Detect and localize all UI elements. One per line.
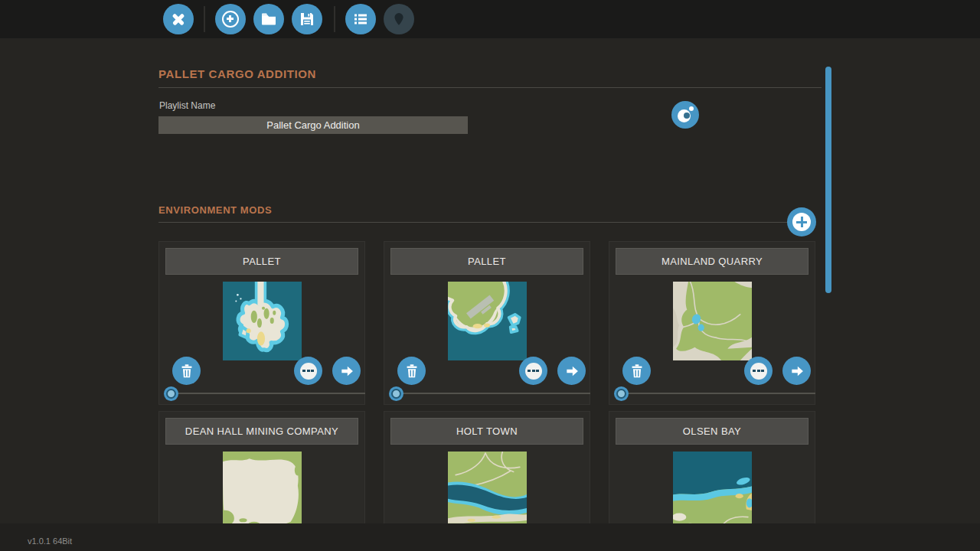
open-folder-icon bbox=[260, 10, 278, 28]
toolbar-separator bbox=[204, 6, 205, 32]
mod-name-header: HOLT TOWN bbox=[390, 418, 583, 445]
plus-icon bbox=[792, 213, 811, 231]
trash-icon bbox=[178, 363, 195, 380]
playlist-name-input[interactable] bbox=[158, 116, 468, 134]
top-toolbar bbox=[0, 0, 980, 38]
list-icon bbox=[351, 10, 370, 28]
ellipsis-circle-icon bbox=[525, 363, 542, 380]
mod-map-thumbnail bbox=[223, 282, 302, 360]
mod-card: PALLET bbox=[384, 241, 590, 405]
open-button[interactable] bbox=[253, 4, 284, 34]
move-mod-button[interactable] bbox=[332, 357, 361, 385]
new-playlist-button[interactable] bbox=[215, 4, 246, 34]
mod-options-button[interactable] bbox=[294, 357, 322, 385]
save-button[interactable] bbox=[292, 4, 322, 34]
location-pin-icon bbox=[390, 10, 408, 28]
playlist-name-label: Playlist Name bbox=[159, 100, 215, 111]
app-window: { "app": { "version_label": "v1.0.1 64Bi… bbox=[0, 0, 980, 551]
mod-map-thumbnail bbox=[673, 282, 752, 360]
close-button[interactable] bbox=[163, 4, 194, 34]
trash-icon bbox=[629, 363, 645, 380]
bomb-icon bbox=[671, 101, 699, 129]
version-label: v1.0.1 64Bit bbox=[28, 536, 72, 546]
mod-options-button[interactable] bbox=[744, 357, 773, 385]
mod-map-thumbnail bbox=[673, 452, 752, 523]
delete-mod-button[interactable] bbox=[172, 357, 201, 385]
mod-card: PALLET bbox=[158, 241, 365, 405]
mod-name-header: MAINLAND QUARRY bbox=[616, 248, 808, 275]
mod-card: DEAN HALL MINING COMPANY bbox=[158, 411, 365, 523]
locations-button[interactable] bbox=[384, 4, 414, 34]
move-mod-button[interactable] bbox=[782, 357, 811, 385]
delete-mod-button[interactable] bbox=[622, 357, 651, 385]
mod-slider-knob[interactable] bbox=[389, 386, 403, 401]
mod-card: OLSEN BAY bbox=[609, 411, 815, 523]
mod-name-header: PALLET bbox=[165, 248, 358, 275]
trash-icon bbox=[403, 363, 420, 380]
mod-name-header: PALLET bbox=[390, 248, 583, 275]
mod-map-thumbnail bbox=[448, 452, 527, 523]
mod-name-header: OLSEN BAY bbox=[616, 418, 808, 445]
section-title: ENVIRONMENT MODS bbox=[158, 204, 272, 216]
mod-map-thumbnail bbox=[448, 282, 527, 360]
mod-slider-track[interactable] bbox=[396, 393, 590, 394]
arrow-right-icon bbox=[339, 364, 354, 379]
save-icon bbox=[298, 10, 316, 28]
add-environment-mod-button[interactable] bbox=[787, 207, 816, 236]
mod-slider-track[interactable] bbox=[171, 393, 365, 394]
ellipsis-circle-icon bbox=[300, 363, 317, 380]
mod-slider-track[interactable] bbox=[621, 393, 815, 394]
section-divider bbox=[158, 222, 788, 223]
mod-map-thumbnail bbox=[223, 452, 302, 523]
main-content: PALLET CARGO ADDITION Playlist Name ENVI… bbox=[0, 38, 980, 523]
vertical-scrollbar[interactable] bbox=[825, 67, 831, 293]
delete-mod-button[interactable] bbox=[397, 357, 426, 385]
randomize-button[interactable] bbox=[671, 101, 699, 129]
close-icon bbox=[170, 11, 187, 28]
mod-options-button[interactable] bbox=[519, 357, 547, 385]
title-divider bbox=[158, 87, 822, 88]
mod-slider-knob[interactable] bbox=[164, 386, 178, 401]
mod-card: MAINLAND QUARRY bbox=[609, 241, 815, 405]
move-mod-button[interactable] bbox=[557, 357, 586, 385]
mod-card: HOLT TOWN bbox=[384, 411, 590, 523]
add-circle-icon bbox=[222, 11, 239, 28]
mod-slider-knob[interactable] bbox=[614, 386, 629, 401]
ellipsis-circle-icon bbox=[750, 363, 767, 380]
mod-name-header: DEAN HALL MINING COMPANY bbox=[165, 418, 358, 445]
arrow-right-icon bbox=[564, 364, 580, 379]
page-title: PALLET CARGO ADDITION bbox=[158, 67, 316, 80]
arrow-right-icon bbox=[789, 364, 805, 379]
playlist-list-button[interactable] bbox=[345, 4, 376, 34]
toolbar-separator bbox=[334, 6, 335, 32]
